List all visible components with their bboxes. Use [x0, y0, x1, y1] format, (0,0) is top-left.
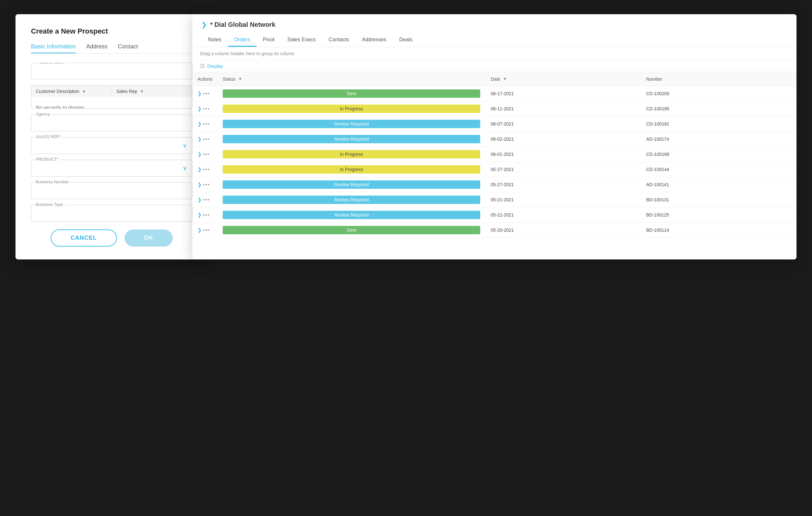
- row-menu-icon[interactable]: •••: [203, 151, 210, 157]
- table-row: ❯ •••Review Required06-07-2021CD-100181: [192, 116, 796, 132]
- business-number-field: Business Number: [31, 182, 192, 199]
- row-menu-icon[interactable]: •••: [203, 167, 210, 172]
- row-date: 05-21-2021: [485, 207, 641, 223]
- row-number: BD-100114: [641, 223, 796, 238]
- expand-row-icon[interactable]: ❯: [198, 136, 202, 142]
- row-menu-icon[interactable]: •••: [203, 227, 210, 233]
- business-type-label: Business Type: [34, 202, 64, 207]
- expand-row-icon[interactable]: ❯: [198, 197, 202, 202]
- business-number-input[interactable]: [35, 186, 188, 196]
- status-badge: Sent: [223, 226, 480, 234]
- expand-row-icon[interactable]: ❯: [198, 167, 202, 172]
- tab-contact[interactable]: Contact: [118, 43, 138, 53]
- product-label: PRODUCT*: [34, 157, 59, 162]
- expand-row-icon[interactable]: ❯: [198, 151, 202, 157]
- panel-tab-pivot[interactable]: Pivot: [257, 34, 281, 47]
- table-row: ❯ •••Sent05-20-2021BD-100114: [192, 223, 796, 238]
- business-type-input[interactable]: [35, 208, 188, 218]
- cancel-button[interactable]: CANCEL: [51, 229, 117, 247]
- row-menu-icon[interactable]: •••: [203, 212, 210, 218]
- expand-row-icon[interactable]: ❯: [198, 121, 202, 126]
- row-date: 05-27-2021: [485, 177, 641, 192]
- row-expand[interactable]: ❯ •••: [192, 101, 218, 116]
- row-status: In Progress: [218, 101, 485, 116]
- tab-basic-information[interactable]: Basic Information: [31, 43, 76, 53]
- agency-input[interactable]: [35, 118, 188, 128]
- product-field: PRODUCT* ∨: [31, 160, 192, 176]
- row-status: Review Required: [218, 207, 485, 223]
- row-expand[interactable]: ❯ •••: [192, 147, 218, 162]
- row-date: 06-02-2021: [485, 132, 641, 147]
- expand-row-icon[interactable]: ❯: [198, 212, 202, 218]
- panel-body: Drag a column header here to group its c…: [192, 47, 796, 259]
- sales-rep-filter-icon[interactable]: ▼: [140, 89, 144, 94]
- row-number: BD-100131: [641, 192, 796, 207]
- panel-header: ❯ * Dial Global Network NotesOrdersPivot…: [192, 14, 796, 47]
- tab-address[interactable]: Address: [86, 43, 108, 53]
- modal-title: Create a New Prospect: [31, 27, 192, 35]
- row-expand[interactable]: ❯ •••: [192, 207, 218, 223]
- row-expand[interactable]: ❯ •••: [192, 86, 218, 101]
- panel-tab-addresses[interactable]: Addresses: [355, 34, 393, 47]
- expand-icon[interactable]: ❯: [201, 21, 207, 28]
- row-number: CD-100144: [641, 162, 796, 177]
- right-panel: ❯ * Dial Global Network NotesOrdersPivot…: [192, 14, 796, 259]
- status-badge: Review Required: [223, 196, 480, 204]
- sales-rep-select[interactable]: [35, 141, 188, 150]
- row-date: 06-01-2021: [485, 147, 641, 162]
- row-number: AD-100141: [641, 177, 796, 192]
- product-select[interactable]: [35, 163, 188, 173]
- agency-field: Agency: [31, 115, 192, 131]
- row-expand[interactable]: ❯ •••: [192, 116, 218, 132]
- col-sales-rep: Sales Rep ▼: [112, 86, 192, 97]
- table-row: ❯ •••Review Required06-02-2021AD-100174: [192, 132, 796, 147]
- table-header-row: ActionsStatus▼Date▼Number: [192, 72, 796, 86]
- filter-btn-status[interactable]: ▼: [237, 76, 243, 82]
- create-prospect-modal: Create a New Prospect Basic Information …: [16, 14, 208, 259]
- row-status: In Progress: [218, 162, 485, 177]
- row-date: 06-17-2021: [485, 86, 641, 101]
- row-status: Review Required: [218, 132, 485, 147]
- row-menu-icon[interactable]: •••: [203, 91, 210, 96]
- ok-button[interactable]: OK: [124, 229, 173, 247]
- table-row: ❯ •••In Progress06-11-2021CD-100185: [192, 101, 796, 116]
- row-expand[interactable]: ❯ •••: [192, 177, 218, 192]
- panel-tabs: NotesOrdersPivotSales ExecsContactsAddre…: [201, 34, 787, 47]
- row-expand[interactable]: ❯ •••: [192, 192, 218, 207]
- status-badge: Review Required: [223, 211, 480, 219]
- row-menu-icon[interactable]: •••: [203, 182, 210, 187]
- filter-btn-date[interactable]: ▼: [502, 76, 508, 82]
- row-menu-icon[interactable]: •••: [203, 121, 210, 126]
- panel-tab-notes[interactable]: Notes: [201, 34, 228, 47]
- display-icon: ☷: [200, 63, 205, 69]
- row-number: AD-100174: [641, 132, 796, 147]
- status-badge: Sent: [223, 89, 480, 98]
- row-number: BD-100125: [641, 207, 796, 223]
- sales-rep-field: SALES REP* ∨: [31, 137, 192, 154]
- expand-row-icon[interactable]: ❯: [198, 91, 202, 96]
- row-expand[interactable]: ❯ •••: [192, 132, 218, 147]
- expand-row-icon[interactable]: ❯: [198, 227, 202, 233]
- panel-tab-orders[interactable]: Orders: [228, 34, 257, 47]
- expand-row-icon[interactable]: ❯: [198, 106, 202, 111]
- row-expand[interactable]: ❯ •••: [192, 162, 218, 177]
- expand-row-icon[interactable]: ❯: [198, 182, 202, 187]
- sales-rep-label: SALES REP*: [34, 134, 62, 139]
- row-expand[interactable]: ❯ •••: [192, 223, 218, 238]
- row-menu-icon[interactable]: •••: [203, 197, 210, 202]
- panel-tab-sales-execs[interactable]: Sales Execs: [281, 34, 322, 47]
- status-badge: Review Required: [223, 135, 480, 143]
- table-row: ❯ •••In Progress05-27-2021CD-100144: [192, 162, 796, 177]
- display-link[interactable]: Display: [207, 63, 223, 69]
- table-row: ❯ •••In Progress06-01-2021CD-100168: [192, 147, 796, 162]
- row-menu-icon[interactable]: •••: [203, 106, 210, 111]
- panel-tab-contacts[interactable]: Contacts: [322, 34, 355, 47]
- panel-tab-deals[interactable]: Deals: [393, 34, 419, 47]
- row-status: Review Required: [218, 177, 485, 192]
- prospect-name-input[interactable]: [35, 66, 188, 76]
- row-number: CD-100200: [641, 86, 796, 101]
- agency-label: Agency: [34, 112, 51, 116]
- product-select-wrapper: ∨: [35, 163, 188, 173]
- customer-description-filter-icon[interactable]: ▼: [82, 89, 86, 94]
- row-menu-icon[interactable]: •••: [203, 136, 210, 142]
